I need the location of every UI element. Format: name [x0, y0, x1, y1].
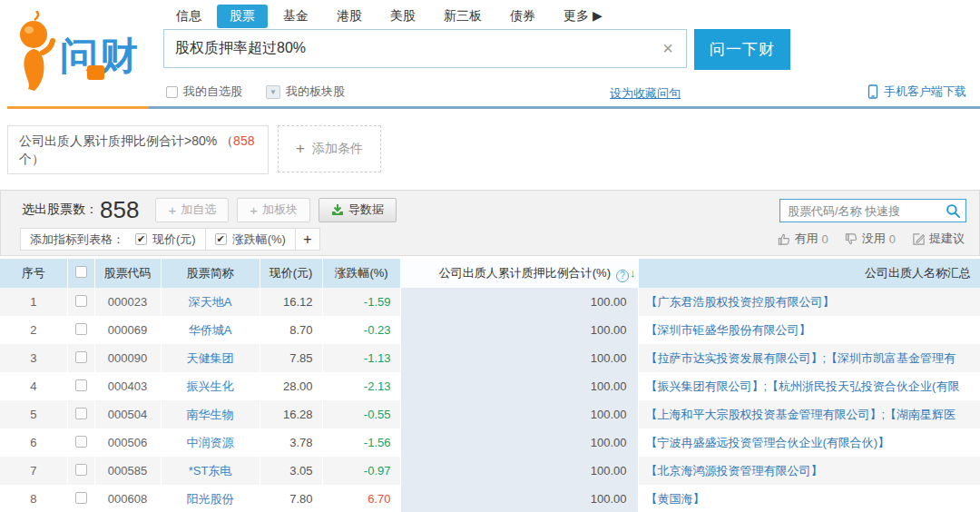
- stock-name-link[interactable]: 华侨城A: [189, 323, 232, 337]
- row-checkbox[interactable]: [75, 492, 87, 504]
- my-watchlist-option[interactable]: 我的自选股: [166, 84, 242, 100]
- indicator-strip: 添加指标到表格： 现价(元) 涨跌幅(%) +: [20, 228, 320, 251]
- my-sector-option[interactable]: ▼ 我的板块股: [266, 84, 345, 100]
- selected-count-value: 858: [100, 196, 139, 224]
- header-change[interactable]: 涨跌幅(%): [322, 259, 400, 288]
- header-price[interactable]: 现价(元): [260, 259, 322, 288]
- row-checkbox[interactable]: [75, 436, 87, 448]
- set-favorite-link[interactable]: 设为收藏问句: [610, 85, 681, 102]
- company-names-link[interactable]: 【拉萨市达实投资发展有限公司】;【深圳市凯富基金管理有: [646, 351, 956, 365]
- cell-checkbox: [67, 288, 94, 316]
- sector-dropdown-icon[interactable]: ▼: [266, 85, 280, 99]
- table-row: 8 000608 阳光股份 7.80 6.70 100.00 【黄国海】: [0, 485, 980, 512]
- cell-stock-name: 振兴生化: [161, 372, 260, 400]
- nav-tab-7[interactable]: 债券: [497, 5, 548, 28]
- add-watchlist-label: 加自选: [181, 202, 216, 218]
- cell-stock-name: 阳光股份: [161, 485, 260, 512]
- useless-button[interactable]: 没用 0: [845, 231, 896, 247]
- cell-change: -1.59: [322, 288, 400, 316]
- add-watchlist-button[interactable]: + 加自选: [155, 198, 229, 222]
- indicator-change-checkbox[interactable]: [215, 233, 227, 245]
- company-names-link[interactable]: 【上海和平大宗股权投资基金管理有限公司】;【湖南星辉医: [646, 408, 956, 421]
- question-input[interactable]: [164, 30, 686, 67]
- header-companies[interactable]: 公司出质人名称汇总: [638, 259, 980, 288]
- row-checkbox[interactable]: [75, 408, 87, 419]
- stock-name-link[interactable]: 中润资源: [187, 436, 234, 449]
- my-watchlist-checkbox[interactable]: [166, 86, 178, 98]
- table-row: 7 000585 *ST东电 3.05 -0.97 100.00 【北京海鸿源投…: [0, 457, 980, 485]
- condition-tag[interactable]: 公司出质人累计质押比例合计>80% （858个）: [7, 125, 269, 174]
- stock-name-link[interactable]: 深天地A: [189, 295, 232, 309]
- quick-search-input[interactable]: [780, 200, 965, 222]
- add-indicator-button[interactable]: +: [296, 229, 319, 250]
- indicator-price[interactable]: 现价(元): [126, 229, 206, 250]
- help-icon[interactable]: ?: [616, 270, 629, 282]
- wencai-logo[interactable]: 问财: [7, 11, 157, 97]
- logo-bubble-icon: [87, 65, 104, 80]
- add-condition-button[interactable]: + 添加条件: [278, 125, 381, 172]
- export-data-button[interactable]: 导数据: [318, 198, 397, 222]
- nav-tab-2[interactable]: 股票: [217, 5, 268, 28]
- clear-icon[interactable]: ×: [662, 38, 673, 58]
- stock-name-link[interactable]: 阳光股份: [187, 492, 234, 506]
- stock-name-link[interactable]: 南华生物: [187, 408, 234, 421]
- cell-companies: 【黄国海】: [638, 485, 980, 512]
- row-checkbox[interactable]: [75, 464, 87, 476]
- row-checkbox[interactable]: [75, 379, 87, 391]
- stock-name-link[interactable]: 天健集团: [187, 351, 234, 365]
- stock-name-link[interactable]: *ST东电: [189, 464, 232, 478]
- cell-stock-code: 000585: [94, 457, 161, 485]
- company-names-link[interactable]: 【黄国海】: [646, 492, 705, 506]
- nav-tab-3[interactable]: 基金: [270, 5, 321, 28]
- cell-checkbox: [67, 485, 94, 512]
- nav-tab-6[interactable]: 新三板: [431, 5, 495, 28]
- mobile-download-link[interactable]: 手机客户端下载: [867, 84, 966, 100]
- company-names-link[interactable]: 【宁波冉盛盛远投资管理合伙企业(有限合伙)】: [646, 436, 890, 449]
- company-names-link[interactable]: 【深圳市钜盛华股份有限公司】: [646, 323, 811, 337]
- useful-button[interactable]: 有用 0: [778, 231, 828, 247]
- table-header-row: 序号 股票代码 股票简称 现价(元) 涨跌幅(%) 公司出质人累计质押比例合计(…: [0, 259, 980, 288]
- suggest-button[interactable]: 提建议: [912, 231, 965, 247]
- cell-seq: 2: [0, 316, 67, 344]
- stock-name-link[interactable]: 振兴生化: [187, 379, 234, 393]
- company-names-link[interactable]: 【广东君浩股权投资控股有限公司】: [646, 295, 835, 309]
- cell-checkbox: [67, 400, 94, 428]
- cell-seq: 1: [0, 288, 67, 316]
- indicator-price-checkbox[interactable]: [135, 233, 147, 245]
- cell-pledge-ratio: 100.00: [400, 344, 638, 372]
- header-pledge-ratio[interactable]: 公司出质人累计质押比例合计(%)?↓: [400, 259, 638, 288]
- row-checkbox[interactable]: [75, 295, 87, 307]
- cell-seq: 8: [0, 485, 67, 512]
- selected-count-label: 选出股票数：: [22, 202, 98, 218]
- cell-pledge-ratio: 100.00: [400, 288, 638, 316]
- row-checkbox[interactable]: [75, 351, 87, 363]
- cell-pledge-ratio: 100.00: [400, 400, 638, 428]
- company-names-link[interactable]: 【振兴集团有限公司】;【杭州浙民投天弘投资合伙企业(有限: [646, 379, 960, 393]
- cell-pledge-ratio: 100.00: [400, 485, 638, 512]
- header-stock-code[interactable]: 股票代码: [94, 259, 161, 288]
- nav-tab-4[interactable]: 港股: [324, 5, 375, 28]
- search-icon[interactable]: [946, 203, 961, 222]
- table-row: 4 000403 振兴生化 28.00 -2.13 100.00 【振兴集团有限…: [0, 372, 980, 400]
- nav-tab-5[interactable]: 美股: [377, 5, 428, 28]
- row-checkbox[interactable]: [75, 323, 87, 335]
- cell-companies: 【广东君浩股权投资控股有限公司】: [638, 288, 980, 316]
- company-names-link[interactable]: 【北京海鸿源投资管理有限公司】: [646, 464, 823, 478]
- nav-tab-1[interactable]: 信息: [163, 5, 214, 28]
- nav-tab-8[interactable]: 更多 ▶: [551, 5, 615, 28]
- my-sector-label: 我的板块股: [286, 84, 345, 100]
- cell-stock-name: 天健集团: [161, 344, 260, 372]
- top-nav: 信息股票基金港股美股新三板债券更多 ▶: [163, 5, 618, 28]
- useless-label: 没用: [862, 231, 886, 247]
- indicator-change[interactable]: 涨跌幅(%): [206, 229, 296, 250]
- add-sector-button[interactable]: + 加板块: [237, 198, 310, 222]
- cell-change: -2.13: [322, 372, 400, 400]
- cell-companies: 【振兴集团有限公司】;【杭州浙民投天弘投资合伙企业(有限: [638, 372, 980, 400]
- table-body: 1 000023 深天地A 16.12 -1.59 100.00 【广东君浩股权…: [0, 288, 980, 512]
- cell-stock-code: 000506: [94, 428, 161, 457]
- ask-wencai-button[interactable]: 问一下财: [694, 29, 790, 70]
- header-stock-name[interactable]: 股票简称: [161, 259, 260, 288]
- cell-change: -1.13: [322, 344, 400, 372]
- select-all-checkbox[interactable]: [75, 266, 87, 278]
- separator-orange: [7, 106, 149, 109]
